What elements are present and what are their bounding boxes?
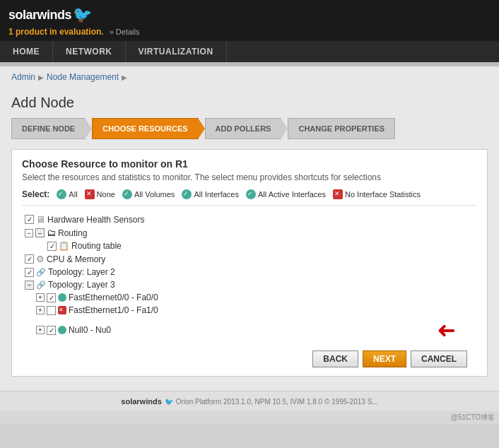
panel-title: Choose Resource to monitor on R1 <box>22 158 477 170</box>
expand-null0[interactable]: + <box>36 326 45 334</box>
tab-choose-resources[interactable]: CHOOSE RESOURCES <box>92 118 198 139</box>
arrow-indicator-icon: ➜ <box>437 317 456 343</box>
logo-bird-icon: 🐦 <box>73 6 92 24</box>
watermark: @51CTO博客 <box>0 411 499 424</box>
tree-item-fa1: + FastEthernet1/0 - Fa1/0 <box>25 304 477 317</box>
tree-item-fa0: + FastEthernet0/0 - Fa0/0 <box>25 291 477 304</box>
fa1-label: FastEthernet1/0 - Fa1/0 <box>69 305 158 315</box>
checkbox-routing-table[interactable] <box>47 242 57 251</box>
tree-item-topo-l2: 🔗 Topology: Layer 2 <box>25 266 477 278</box>
header: solarwinds 🐦 1 product in evaluation. » … <box>0 0 499 41</box>
tree-item-routing: − 🗂 Routing <box>25 226 477 240</box>
fa0-label: FastEthernet0/0 - Fa0/0 <box>69 293 158 302</box>
wizard-tabs: DEFINE NODE CHOOSE RESOURCES ADD POLLERS… <box>11 118 488 139</box>
checkbox-topo-l3[interactable] <box>25 281 34 290</box>
logo-area: solarwinds 🐦 <box>8 6 491 24</box>
footer: solarwinds 🐦 Orion Platform 2013.1.0, NP… <box>0 391 499 411</box>
tab-arrow-1 <box>85 118 92 139</box>
eval-text: 1 product in evaluation. <box>8 27 104 37</box>
nav-item-home[interactable]: HOME <box>0 41 53 62</box>
null0-label: Null0 - Nu0 <box>69 325 111 335</box>
footer-platform: Orion Platform 2013.1.0, NPM 10.5, IVIM … <box>176 398 378 406</box>
routing-label: Routing <box>58 228 87 238</box>
routing-table-label: Routing table <box>71 241 122 251</box>
select-label: Select: <box>22 189 49 199</box>
expand-fa0[interactable]: + <box>36 293 45 302</box>
hw-icon: 🖥 <box>36 214 45 225</box>
checkbox-fa0[interactable] <box>47 293 56 302</box>
select-no-interface-stats[interactable]: No Interface Statistics <box>333 189 421 199</box>
cpu-icon: ⚙ <box>36 254 45 264</box>
nav-item-network[interactable]: NETWORK <box>53 41 126 62</box>
back-button[interactable]: BACK <box>312 350 358 367</box>
status-red-fa1 <box>58 306 66 314</box>
checkbox-hardware[interactable] <box>25 215 34 224</box>
select-none[interactable]: None <box>85 189 115 199</box>
eval-bar: 1 product in evaluation. » Details <box>8 27 491 41</box>
select-all-volumes[interactable]: All Volumes <box>122 189 175 199</box>
details-link[interactable]: » Details <box>110 28 140 36</box>
check-icon-all <box>57 189 66 199</box>
routing-table-icon: 📋 <box>59 241 69 251</box>
breadcrumb: Admin ▶ Node Management ▶ <box>0 66 499 88</box>
breadcrumb-arrow-icon: ▶ <box>38 73 44 81</box>
resource-tree: 🖥 Hardware Health Sensors − 🗂 Routing 📋 … <box>22 213 477 343</box>
tree-item-null0: + Null0 - Nu0 <box>25 324 437 336</box>
topo-l3-icon: 🔗 <box>36 281 46 290</box>
logo-text: solarwinds <box>8 8 71 23</box>
null0-row: + Null0 - Nu0 ➜ <box>25 317 477 343</box>
breadcrumb-arrow2-icon: ▶ <box>122 73 127 81</box>
tab-define-node[interactable]: DEFINE NODE <box>11 118 86 139</box>
checkbox-null0[interactable] <box>47 326 56 335</box>
status-green-null0 <box>58 326 66 334</box>
footer-logo-text: solarwinds <box>121 397 161 406</box>
page-title: Add Node <box>11 95 488 111</box>
status-green-fa0 <box>58 293 66 302</box>
tab-change-properties[interactable]: CHANGE PROPERTIES <box>288 118 395 139</box>
check-icon-volumes <box>122 189 132 199</box>
checkbox-fa1[interactable] <box>47 306 56 315</box>
cpu-label: CPU & Memory <box>47 254 105 264</box>
resource-panel: Choose Resource to monitor on R1 Select … <box>11 149 488 377</box>
main-content: Add Node DEFINE NODE CHOOSE RESOURCES AD… <box>0 88 499 391</box>
breadcrumb-admin[interactable]: Admin <box>11 72 35 82</box>
checkbox-routing[interactable] <box>35 228 45 237</box>
tab-add-pollers[interactable]: ADD POLLERS <box>205 118 282 139</box>
select-all-active-interfaces[interactable]: All Active Interfaces <box>246 189 326 199</box>
footer-logo: solarwinds 🐦 Orion Platform 2013.1.0, NP… <box>121 397 377 406</box>
check-icon-interfaces <box>182 189 192 199</box>
topo-l2-label: Topology: Layer 2 <box>48 267 115 277</box>
tree-item-hardware: 🖥 Hardware Health Sensors <box>25 213 477 226</box>
cancel-button[interactable]: CANCEL <box>411 350 467 367</box>
select-all[interactable]: All <box>57 189 77 199</box>
expand-routing[interactable]: − <box>25 229 33 237</box>
checkbox-cpu-memory[interactable] <box>25 254 34 264</box>
next-button[interactable]: NEXT <box>363 350 406 367</box>
tree-item-cpu-memory: ⚙ CPU & Memory <box>25 252 477 266</box>
check-icon-active-interfaces <box>246 189 256 199</box>
nav-bar: HOME NETWORK VIRTUALIZATION <box>0 41 499 62</box>
tree-item-routing-table: 📋 Routing table <box>25 240 477 252</box>
topo-l2-icon: 🔗 <box>36 268 46 277</box>
select-all-interfaces[interactable]: All Interfaces <box>182 189 239 199</box>
breadcrumb-node-management[interactable]: Node Management <box>47 72 119 82</box>
x-icon-none <box>85 189 95 199</box>
topo-l3-label: Topology: Layer 3 <box>48 280 115 290</box>
tree-item-topo-l3: 🔗 Topology: Layer 3 <box>25 278 477 291</box>
tab-arrow-3 <box>281 118 288 139</box>
panel-subtitle: Select the resources and statistics to m… <box>22 172 477 182</box>
hw-label: Hardware Health Sensors <box>47 215 144 225</box>
routing-icon: 🗂 <box>47 228 56 238</box>
action-buttons: BACK NEXT CANCEL <box>22 343 477 367</box>
select-bar: Select: All None All Volumes All Interfa… <box>22 189 477 206</box>
tab-arrow-2 <box>198 118 205 139</box>
checkbox-topo-l2[interactable] <box>25 268 34 277</box>
nav-item-virtualization[interactable]: VIRTUALIZATION <box>126 41 227 62</box>
x-icon-interface-stats <box>333 189 343 199</box>
expand-fa1[interactable]: + <box>36 306 45 314</box>
footer-bird-icon: 🐦 <box>165 398 173 406</box>
